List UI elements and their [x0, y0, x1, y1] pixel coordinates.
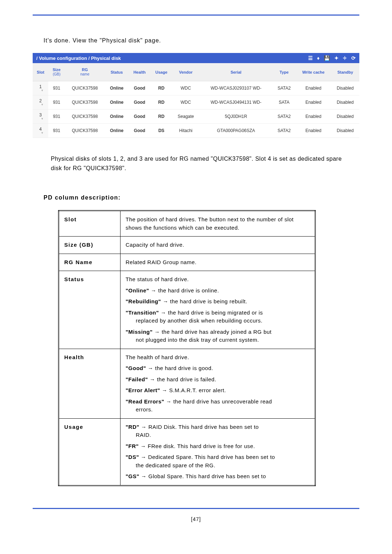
cell-type: SATA2	[273, 81, 296, 95]
cell-vendor: WDC	[172, 95, 199, 110]
pd-desc-heading: PD column description:	[44, 194, 359, 201]
cell-serial: GTA000PAG06SZA	[199, 124, 272, 138]
cell-type: SATA2	[273, 110, 296, 124]
cell-rg: QUICK37598	[65, 95, 105, 110]
status-missing: "Missing" → the hard drive has already j…	[126, 328, 310, 344]
desc-usage-text: "RD" → RAID Disk. This hard drive has be…	[121, 418, 315, 485]
cell-health: Good	[128, 81, 150, 95]
pd-header-row: Slot Size(GB) RGname Status Health Usage…	[33, 63, 359, 81]
cell-type: SATA	[273, 95, 296, 110]
status-online: "Online" → the hard drive is online.	[126, 287, 310, 295]
cell-vendor: WDC	[172, 81, 199, 95]
cell-vendor: Hitachi	[172, 124, 199, 138]
status-transition: "Transition" → the hard drive is being m…	[126, 309, 310, 325]
cell-wcache: Enabled	[296, 124, 331, 138]
toolbar-icons: ☰ ♦ 💾 ✦ ✧ ⟳	[305, 55, 356, 61]
refresh-icon[interactable]: ⟳	[351, 55, 356, 61]
note-text: Physical disks of slots 1, 2, and 3 are …	[51, 154, 348, 173]
cell-serial: WD-WCASJ0293107 WD-	[199, 81, 272, 95]
cell-slot[interactable]: 3▾	[33, 110, 48, 124]
health-good: "Good" → the hard drive is good.	[126, 364, 310, 373]
breadcrumb-text: / Volume configuration / Physical disk	[36, 56, 121, 61]
health-read: "Read Errors" → the hard drive has unrec…	[126, 398, 310, 414]
list-icon[interactable]: ☰	[308, 55, 313, 61]
th-type: Type	[273, 63, 296, 81]
breadcrumb-bar: / Volume configuration / Physical disk ☰…	[33, 53, 359, 63]
tool-icon[interactable]: ♦	[317, 55, 319, 61]
cell-usage: RD	[151, 110, 172, 124]
desc-usage-label: Usage	[59, 418, 121, 485]
th-serial: Serial	[199, 63, 272, 81]
cell-size: 931	[48, 95, 65, 110]
health-intro: The health of hard drive.	[126, 353, 310, 362]
cell-usage: RD	[151, 95, 172, 110]
desc-rg-text: Related RAID Group name.	[121, 254, 315, 271]
cell-status: Online	[105, 95, 128, 110]
cell-slot[interactable]: 4▾	[33, 124, 48, 138]
desc-health-text: The health of hard drive. "Good" → the h…	[121, 349, 315, 418]
star-icon[interactable]: ✦	[334, 55, 339, 61]
cell-rg: QUICK37598	[65, 124, 105, 138]
desc-rg-label: RG Name	[59, 254, 121, 271]
desc-slot-label: Slot	[59, 211, 121, 237]
usage-gs: "GS" → Global Spare. This hard drive has…	[126, 472, 310, 481]
cell-usage: DS	[151, 124, 172, 138]
th-size: Size(GB)	[48, 63, 65, 81]
physical-disk-table: Slot Size(GB) RGname Status Health Usage…	[33, 63, 359, 138]
cell-size: 931	[48, 81, 65, 95]
table-row: 1▾931QUICK37598OnlineGoodRDWDCWD-WCASJ02…	[33, 81, 359, 95]
cell-usage: RD	[151, 81, 172, 95]
desc-slot-text: The position of hard drives. The button …	[121, 211, 315, 237]
th-usage: Usage	[151, 63, 172, 81]
health-failed: "Failed" → the hard drive is failed.	[126, 376, 310, 384]
usage-fr: "FR" → FRee disk. This hard drive is fre…	[126, 442, 310, 451]
usage-ds: "DS" → Dedicated Spare. This hard drive …	[126, 453, 310, 469]
cell-health: Good	[128, 110, 150, 124]
status-rebuilding: "Rebuilding" → the hard drive is being r…	[126, 297, 310, 306]
status-intro: The status of hard drive.	[126, 275, 310, 284]
cell-type: SATA2	[273, 124, 296, 138]
cell-status: Online	[105, 81, 128, 95]
spark-icon[interactable]: ✧	[343, 55, 347, 61]
th-standby: Standby	[331, 63, 359, 81]
lead-text: It's done. View the "Physical disk" page…	[44, 37, 359, 44]
cell-standby: Disabled	[331, 81, 359, 95]
cell-status: Online	[105, 124, 128, 138]
top-rule	[33, 15, 359, 16]
cell-health: Good	[128, 95, 150, 110]
cell-slot[interactable]: 2▾	[33, 95, 48, 110]
usage-rd: "RD" → RAID Disk. This hard drive has be…	[126, 423, 310, 439]
cell-serial: WD-WCASJ0494131 WD-	[199, 95, 272, 110]
cell-standby: Disabled	[331, 95, 359, 110]
cell-wcache: Enabled	[296, 110, 331, 124]
cell-size: 931	[48, 110, 65, 124]
cell-standby: Disabled	[331, 124, 359, 138]
cell-wcache: Enabled	[296, 95, 331, 110]
th-wcache: Write cache	[296, 63, 331, 81]
th-rg: RGname	[65, 63, 105, 81]
cell-status: Online	[105, 110, 128, 124]
cell-size: 931	[48, 124, 65, 138]
save-icon[interactable]: 💾	[324, 55, 330, 61]
th-health: Health	[128, 63, 150, 81]
cell-health: Good	[128, 124, 150, 138]
table-row: 2▾931QUICK37598OnlineGoodRDWDCWD-WCASJ04…	[33, 95, 359, 110]
cell-standby: Disabled	[331, 110, 359, 124]
table-row: 4▾931QUICK37598OnlineGoodDSHitachiGTA000…	[33, 124, 359, 138]
bottom-rule	[33, 508, 359, 509]
th-vendor: Vendor	[172, 63, 199, 81]
desc-table: Slot The position of hard drives. The bu…	[58, 210, 316, 486]
health-error: "Error Alert" → S.M.A.R.T. error alert.	[126, 386, 310, 395]
cell-rg: QUICK37598	[65, 110, 105, 124]
desc-size-label: Size (GB)	[59, 237, 121, 254]
th-status: Status	[105, 63, 128, 81]
cell-wcache: Enabled	[296, 81, 331, 95]
page-number: [47]	[33, 516, 359, 522]
cell-slot[interactable]: 1▾	[33, 81, 48, 95]
th-slot: Slot	[33, 63, 48, 81]
table-row: 3▾931QUICK37598OnlineGoodRDSeagate5QJ0DH…	[33, 110, 359, 124]
desc-size-text: Capacity of hard drive.	[121, 237, 315, 254]
desc-status-text: The status of hard drive. "Online" → the…	[121, 271, 315, 349]
desc-health-label: Health	[59, 349, 121, 418]
desc-status-label: Status	[59, 271, 121, 349]
